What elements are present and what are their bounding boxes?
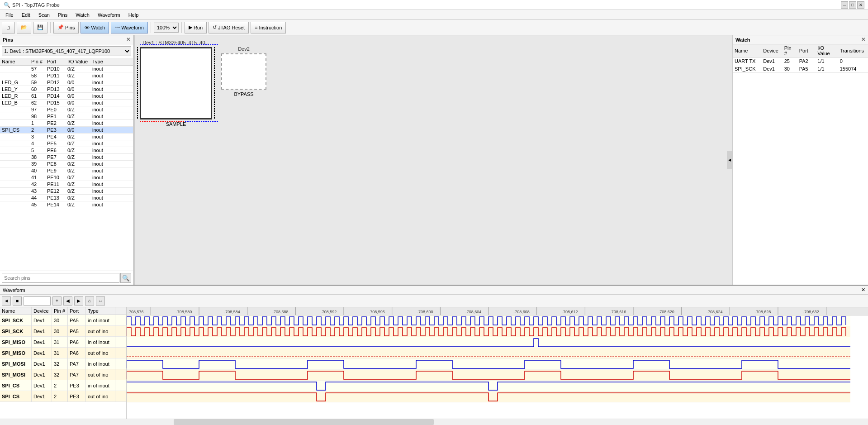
dev2-device: Dev2 BYPASS bbox=[221, 46, 266, 97]
wf-header-pin: Pin # bbox=[52, 307, 68, 315]
table-row[interactable]: SPI_SCK Dev1 30 PA5 1/1 155074 bbox=[733, 65, 868, 73]
table-row[interactable]: 57 PD10 0/Z inout bbox=[0, 66, 133, 72]
waveform-header-row: Name Device Pin # Port Type bbox=[0, 307, 126, 315]
svg-rect-41 bbox=[127, 348, 850, 359]
wf-end[interactable]: ↔ bbox=[96, 296, 105, 306]
table-row[interactable]: 4 PE5 0/Z inout bbox=[0, 140, 133, 147]
wf-home[interactable]: ⌂ bbox=[85, 296, 94, 306]
wf-row[interactable]: SPI_MISO Dev1 31 PA6 out of ino bbox=[0, 348, 126, 358]
table-row[interactable]: 98 PE1 0/Z inout bbox=[0, 113, 133, 120]
waveform-left-col: Name Device Pin # Port Type SPI_SCK Dev1… bbox=[0, 307, 127, 419]
col-name-header: Name bbox=[0, 58, 29, 66]
pin-number: 45 bbox=[29, 201, 45, 208]
waveform-scrollbar[interactable] bbox=[0, 419, 868, 425]
pins-table: Name Pin # Port I/O Value Type 57 PD10 0… bbox=[0, 58, 133, 271]
wf-cell-pin: 31 bbox=[52, 337, 68, 348]
table-row[interactable]: 58 PD11 0/Z inout bbox=[0, 72, 133, 79]
run-button[interactable]: ▶ Run bbox=[185, 22, 207, 33]
save-button[interactable]: 💾 bbox=[33, 22, 47, 33]
pin-name bbox=[0, 201, 29, 208]
jtag-reset-button[interactable]: ↺ JTAG Reset bbox=[209, 22, 249, 33]
wf-stop[interactable]: ■ bbox=[13, 296, 22, 306]
menu-pins[interactable]: Pins bbox=[54, 11, 71, 19]
table-row[interactable]: 39 PE8 0/Z inout bbox=[0, 161, 133, 167]
wf-zoom-out[interactable]: ◄ bbox=[2, 296, 11, 306]
watch-device: Dev1 bbox=[761, 57, 782, 65]
table-row[interactable]: 42 PE11 0/Z inout bbox=[0, 181, 133, 188]
zoom-select[interactable]: 100% 50% 200% bbox=[154, 23, 179, 33]
table-row[interactable]: SPI_CS 2 PE3 0/0 inout bbox=[0, 127, 133, 134]
table-row[interactable]: 40 PE9 0/Z inout bbox=[0, 167, 133, 174]
wf-row[interactable]: SPI_SCK Dev1 30 PA5 in of inout bbox=[0, 315, 126, 326]
waveform-button[interactable]: 〰 Waveform bbox=[111, 22, 148, 33]
wf-add[interactable]: + bbox=[52, 296, 62, 306]
table-row[interactable]: UART TX Dev1 25 PA2 1/1 0 bbox=[733, 57, 868, 65]
menu-file[interactable]: File bbox=[2, 11, 17, 19]
pin-io: 0/0 bbox=[66, 127, 90, 134]
wf-row[interactable]: SPI_CS Dev1 2 PE3 in of inout bbox=[0, 380, 126, 391]
pins-panel-close[interactable]: ✕ bbox=[126, 37, 130, 43]
pin-port: PD11 bbox=[45, 72, 66, 79]
table-row[interactable]: 1 PE2 0/Z inout bbox=[0, 120, 133, 127]
table-row[interactable]: LED_B 62 PD15 0/0 inout bbox=[0, 100, 133, 106]
center-right-splitter[interactable]: ◀ bbox=[727, 151, 732, 169]
close-button[interactable]: ✕ bbox=[857, 1, 864, 9]
wf-time-input[interactable]: 60.8 ms bbox=[24, 296, 51, 306]
wf-prev[interactable]: ◀ bbox=[63, 296, 72, 306]
search-button[interactable]: 🔍 bbox=[120, 273, 131, 283]
open-button[interactable]: 📂 bbox=[17, 22, 31, 33]
menu-edit[interactable]: Edit bbox=[18, 11, 34, 19]
menu-help[interactable]: Help bbox=[125, 11, 142, 19]
table-row[interactable]: LED_Y 60 PD13 0/0 inout bbox=[0, 86, 133, 93]
scrollbar-thumb[interactable] bbox=[174, 419, 434, 425]
wf-cell-type: in of inout bbox=[86, 380, 115, 391]
table-row[interactable]: 45 PE14 0/Z inout bbox=[0, 201, 133, 208]
table-row[interactable]: 97 PE0 0/Z inout bbox=[0, 106, 133, 113]
pins-button[interactable]: 📌 Pins bbox=[53, 22, 79, 33]
table-row[interactable]: 3 PE4 0/Z inout bbox=[0, 134, 133, 140]
pin-port: PE2 bbox=[45, 120, 66, 127]
watch-col-pin-header: Pin # bbox=[783, 44, 797, 57]
instruction-button[interactable]: ≡ Instruction bbox=[251, 22, 286, 33]
wf-row[interactable]: SPI_SCK Dev1 30 PA5 out of ino bbox=[0, 326, 126, 337]
wf-next[interactable]: ▶ bbox=[74, 296, 83, 306]
pin-port: PE8 bbox=[45, 161, 66, 167]
table-row[interactable]: 43 PE12 0/Z inout bbox=[0, 188, 133, 195]
table-row[interactable]: 44 PE13 0/Z inout bbox=[0, 195, 133, 201]
table-row[interactable]: 5 PE6 0/Z inout bbox=[0, 147, 133, 154]
minimize-button[interactable]: ─ bbox=[841, 1, 848, 9]
watch-col-trans-header: Transitions bbox=[838, 44, 868, 57]
pin-name bbox=[0, 174, 29, 181]
waveform-header: Waveform ✕ bbox=[0, 286, 868, 295]
table-row[interactable]: LED_R 61 PD14 0/0 inout bbox=[0, 93, 133, 100]
svg-text:-708,584: -708,584 bbox=[224, 310, 240, 314]
table-row[interactable]: LED_G 59 PD12 0/0 inout bbox=[0, 79, 133, 86]
pin-name: SPI_CS bbox=[0, 127, 29, 134]
table-row[interactable]: 41 PE10 0/Z inout bbox=[0, 174, 133, 181]
pin-port: PE0 bbox=[45, 106, 66, 113]
watch-trans: 0 bbox=[838, 57, 868, 65]
waveform-close[interactable]: ✕ bbox=[861, 287, 865, 293]
pin-io: 0/Z bbox=[66, 201, 90, 208]
device-select[interactable]: 1. Dev1 : STM32F405_415_407_417_LQFP100 bbox=[2, 46, 131, 56]
svg-text:-708,608: -708,608 bbox=[513, 310, 530, 314]
menu-waveform[interactable]: Waveform bbox=[94, 11, 124, 19]
wf-row[interactable]: SPI_MOSI Dev1 32 PA7 out of ino bbox=[0, 369, 126, 380]
wf-cell-pin: 31 bbox=[52, 348, 68, 358]
search-input[interactable] bbox=[2, 273, 119, 283]
wf-cell-pin: 30 bbox=[52, 315, 68, 326]
menu-scan[interactable]: Scan bbox=[35, 11, 53, 19]
watch-name: UART TX bbox=[733, 57, 761, 65]
watch-button[interactable]: 👁 Watch bbox=[81, 22, 109, 33]
watch-io: 1/1 bbox=[816, 65, 838, 73]
menu-watch[interactable]: Watch bbox=[72, 11, 93, 19]
watch-panel-close[interactable]: ✕ bbox=[861, 37, 865, 43]
pin-number: 3 bbox=[29, 134, 45, 140]
new-button[interactable]: 🗋 bbox=[2, 22, 15, 33]
maximize-button[interactable]: □ bbox=[849, 1, 856, 9]
table-row[interactable]: 38 PE7 0/Z inout bbox=[0, 154, 133, 161]
wf-row[interactable]: SPI_MOSI Dev1 32 PA7 in of inout bbox=[0, 358, 126, 369]
wf-row[interactable]: SPI_MISO Dev1 31 PA6 in of inout bbox=[0, 337, 126, 348]
pin-port: PE7 bbox=[45, 154, 66, 161]
wf-row[interactable]: SPI_CS Dev1 2 PE3 out of ino bbox=[0, 391, 126, 402]
